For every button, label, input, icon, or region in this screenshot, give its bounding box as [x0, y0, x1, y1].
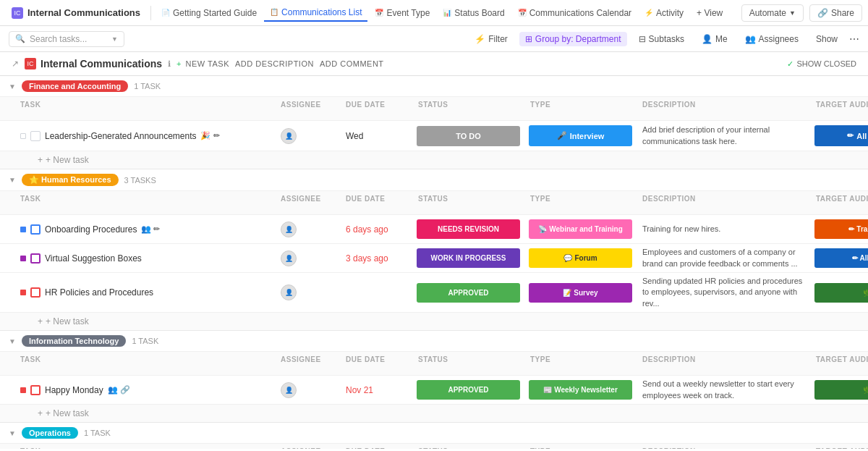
group-header-operations[interactable]: ▼ Operations 1 TASK: [0, 423, 868, 444]
subtasks-button[interactable]: ⊟ Subtasks: [633, 32, 690, 46]
task-name[interactable]: HR Policies and Procedures: [45, 287, 153, 298]
search-box[interactable]: 🔍 Search tasks... ▼: [9, 31, 124, 47]
new-task-it[interactable]: ++ New task: [0, 405, 868, 422]
task-priority-icon: [20, 133, 26, 139]
group-finance: ▼ Finance and Accounting 1 TASK TASK ASS…: [0, 76, 868, 169]
group-toggle-it[interactable]: ▼: [9, 337, 16, 345]
group-count-operations: 1 TASK: [84, 429, 111, 437]
group-label-finance: Finance and Accounting: [22, 80, 128, 92]
assignee-avatar[interactable]: 👤: [281, 382, 297, 398]
status-cell[interactable]: NEEDS REVISION: [412, 216, 524, 242]
status-badge[interactable]: APPROVED: [417, 283, 520, 303]
group-toggle-operations[interactable]: ▼: [9, 429, 16, 437]
col-desc: DESCRIPTION: [637, 99, 810, 118]
assignees-button[interactable]: 👥 Assignees: [739, 32, 804, 46]
subtasks-icon: ⊟: [639, 34, 646, 44]
status-badge[interactable]: TO DO: [417, 126, 520, 146]
task-checkbox[interactable]: [30, 253, 41, 264]
status-cell[interactable]: APPROVED: [412, 377, 524, 402]
col-headers-finance: TASK ASSIGNEE DUE DATE STATUS TYPE DESCR…: [0, 97, 868, 121]
status-cell[interactable]: TO DO: [412, 123, 524, 149]
type-badge[interactable]: 💬Forum: [529, 248, 632, 268]
type-badge[interactable]: 📡Webinar and Training: [529, 219, 632, 239]
assignee-avatar[interactable]: 👤: [281, 284, 297, 300]
assignee-avatar[interactable]: 👤: [281, 128, 297, 144]
task-name[interactable]: Leadership-Generated Announcements: [45, 131, 196, 141]
audience-badge[interactable]: 🌿All Employees: [814, 380, 868, 400]
person-icon: 👤: [702, 34, 712, 44]
assignee-cell: 👤: [275, 248, 340, 269]
status-cell[interactable]: APPROVED: [412, 280, 524, 305]
new-task-finance[interactable]: ++ New task: [0, 151, 868, 169]
share-button[interactable]: 🔗 Share: [809, 4, 862, 22]
new-task-hr[interactable]: ++ New task: [0, 313, 868, 330]
tab-status-board[interactable]: 📊 Status Board: [437, 5, 510, 21]
group-count-it: 1 TASK: [132, 337, 158, 345]
group-header-finance[interactable]: ▼ Finance and Accounting 1 TASK: [0, 76, 868, 97]
task-name[interactable]: Happy Monday: [45, 385, 103, 395]
show-closed-button[interactable]: ✓ SHOW CLOSED: [787, 59, 856, 69]
status-badge[interactable]: NEEDS REVISION: [417, 219, 520, 239]
group-header-hr[interactable]: ▼ ⭐ Human Resources 3 TASKS: [0, 169, 868, 191]
group-by-button[interactable]: ⊞ Group by: Department: [519, 32, 627, 46]
automate-button[interactable]: Automate ▼: [741, 4, 804, 22]
task-icons: 🎉 ✏: [200, 131, 219, 140]
group-count-hr: 3 TASKS: [124, 176, 156, 185]
add-comment-button[interactable]: ADD COMMENT: [320, 59, 384, 68]
assignee-avatar[interactable]: 👤: [281, 222, 297, 237]
type-badge[interactable]: 📰Weekly Newsletter: [529, 380, 632, 400]
type-cell[interactable]: 🎤Interview: [524, 122, 637, 149]
status-badge[interactable]: WORK IN PROGRESS: [417, 248, 520, 268]
due-date-cell: Wed: [340, 128, 412, 144]
group-toggle-hr[interactable]: ▼: [9, 176, 16, 184]
task-name[interactable]: Onboarding Procedures: [45, 224, 137, 235]
assignee-avatar[interactable]: 👤: [281, 250, 297, 266]
tab-getting-started[interactable]: 📄 Getting Started Guide: [156, 5, 263, 21]
me-button[interactable]: 👤 Me: [696, 32, 733, 46]
type-badge[interactable]: 🎤Interview: [529, 125, 632, 146]
group-header-it[interactable]: ▼ Information Technology 1 TASK: [0, 331, 868, 352]
task-checkbox[interactable]: [30, 385, 41, 395]
tab-communications-list[interactable]: 📋 Communications List: [264, 4, 367, 22]
new-task-button[interactable]: + NEW TASK: [176, 59, 229, 68]
status-cell[interactable]: WORK IN PROGRESS: [412, 245, 524, 271]
type-badge[interactable]: 📝Survey: [529, 283, 632, 303]
type-cell[interactable]: 📡Webinar and Training: [524, 216, 637, 242]
tab-activity[interactable]: ⚡ Activity: [639, 5, 689, 21]
show-button[interactable]: Show: [810, 32, 843, 46]
task-checkbox[interactable]: [30, 287, 41, 298]
expand-icon[interactable]: ↗: [12, 59, 19, 69]
audience-cell[interactable]: 🌿All Employees: [810, 280, 868, 305]
type-cell[interactable]: 💬Forum: [524, 245, 637, 271]
status-badge[interactable]: APPROVED: [417, 380, 520, 400]
group-it: ▼ Information Technology 1 TASK TASK ASS…: [0, 331, 868, 423]
audience-badge[interactable]: ✏Trainees and New Hires: [814, 219, 868, 239]
task-row: Happy Monday 👥 🔗 👤 Nov 21 APPROVED 📰Week…: [0, 376, 868, 405]
app-title: Internal Communications: [27, 7, 140, 18]
audience-cell[interactable]: ✏All Department Heads: [810, 122, 868, 149]
info-icon[interactable]: ℹ: [168, 59, 171, 69]
audience-badge[interactable]: 🌿All Employees: [814, 283, 868, 303]
more-icon[interactable]: ⋯: [849, 33, 859, 45]
filter-icon: ⚡: [475, 34, 485, 44]
task-name[interactable]: Virtual Suggestion Boxes: [45, 253, 142, 264]
add-view-button[interactable]: + View: [691, 5, 728, 21]
audience-cell[interactable]: ✏All Department Heads: [810, 245, 868, 271]
filter-button[interactable]: ⚡ Filter: [469, 32, 514, 46]
task-priority-high: [20, 290, 26, 295]
audience-cell[interactable]: 🌿All Employees: [810, 377, 868, 402]
tab-communications-calendar[interactable]: 📅 Communications Calendar: [512, 5, 637, 21]
task-checkbox[interactable]: [30, 131, 41, 141]
audience-badge[interactable]: ✏All Department Heads: [814, 248, 868, 268]
description-cell: Add brief description of your internal c…: [637, 122, 810, 150]
tab-event-type[interactable]: 📅 Event Type: [369, 5, 435, 21]
audience-cell[interactable]: ✏Trainees and New Hires: [810, 216, 868, 242]
group-toggle-finance[interactable]: ▼: [9, 83, 16, 90]
task-name-cell: Virtual Suggestion Boxes: [0, 250, 275, 266]
add-description-button[interactable]: ADD DESCRIPTION: [235, 59, 314, 68]
audience-badge[interactable]: ✏All Department Heads: [814, 125, 868, 146]
task-checkbox[interactable]: [30, 224, 41, 235]
type-cell[interactable]: 📰Weekly Newsletter: [524, 377, 637, 402]
group-icon: ⊞: [525, 34, 532, 44]
type-cell[interactable]: 📝Survey: [524, 280, 637, 305]
